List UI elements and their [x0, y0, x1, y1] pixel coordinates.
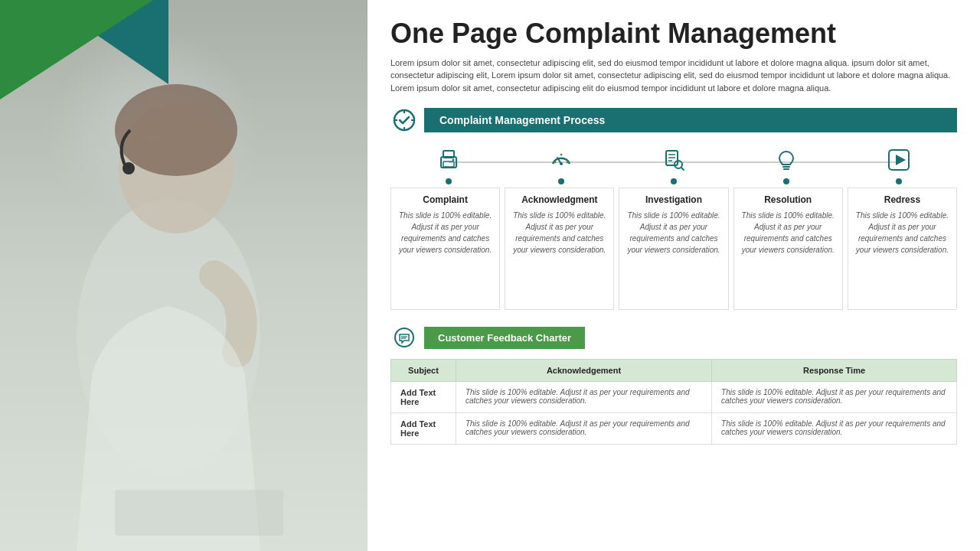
svg-point-12: [566, 161, 568, 164]
row1-subject: Add Text Here: [391, 382, 456, 413]
description-text: Lorem ipsum dolor sit amet, consectetur …: [390, 57, 957, 95]
feedback-section: Customer Feedback Charter Subject Acknow…: [390, 324, 957, 445]
card-redress-body: This slide is 100% editable. Adjust it a…: [854, 210, 950, 256]
feedback-section-icon: [390, 324, 418, 351]
card-acknowledgment-body: This slide is 100% editable. Adjust it a…: [511, 210, 607, 256]
card-complaint-title: Complaint: [397, 194, 493, 205]
card-resolution-body: This slide is 100% editable. Adjust it a…: [740, 210, 836, 256]
feedback-table: Subject Acknowledgement Response Time Ad…: [390, 359, 957, 445]
card-complaint-body: This slide is 100% editable. Adjust it a…: [397, 210, 493, 256]
table-header-row: Subject Acknowledgement Response Time: [391, 360, 957, 382]
feedback-title-bar: Customer Feedback Charter: [424, 327, 585, 349]
process-section: Complaint Management Process: [390, 106, 957, 310]
play-icon: [884, 145, 914, 175]
card-redress-title: Redress: [854, 194, 950, 205]
page-title: One Page Complaint Management: [390, 18, 957, 49]
card-resolution-title: Resolution: [740, 194, 836, 205]
person-illustration: [15, 31, 352, 551]
right-content-panel: One Page Complaint Management Lorem ipsu…: [368, 0, 980, 551]
svg-point-3: [122, 162, 135, 174]
card-complaint: Complaint This slide is 100% editable. A…: [390, 187, 500, 310]
svg-point-24: [395, 328, 413, 347]
row2-acknowledgement: This slide is 100% editable. Adjust it a…: [456, 413, 711, 445]
card-investigation: Investigation This slide is 100% editabl…: [619, 187, 728, 310]
step-dot-2: [558, 178, 564, 184]
step-investigation-icon: [617, 145, 730, 184]
process-section-icon: [390, 106, 418, 134]
col-response-time: Response Time: [712, 360, 957, 382]
step-resolution-icon: [730, 145, 843, 184]
step-dot-3: [671, 178, 677, 184]
step-dot-1: [446, 178, 452, 184]
row1-response-time: This slide is 100% editable. Adjust it a…: [712, 382, 957, 413]
speedometer-icon: [546, 145, 577, 175]
process-cards: Complaint This slide is 100% editable. A…: [390, 187, 957, 310]
svg-marker-23: [896, 155, 906, 165]
card-resolution: Resolution This slide is 100% editable. …: [733, 187, 843, 310]
process-section-header: Complaint Management Process: [390, 106, 957, 134]
col-subject: Subject: [391, 360, 456, 382]
svg-point-2: [115, 84, 237, 176]
col-acknowledgement: Acknowledgement: [456, 360, 711, 382]
svg-line-19: [681, 168, 684, 170]
svg-point-11: [554, 161, 556, 164]
card-acknowledgment: Acknowledgment This slide is 100% editab…: [505, 187, 614, 310]
left-image-panel: [0, 0, 368, 551]
row1-acknowledgement: This slide is 100% editable. Adjust it a…: [456, 382, 711, 413]
svg-point-13: [560, 154, 562, 156]
lightbulb-icon: [771, 145, 802, 175]
process-title-bar: Complaint Management Process: [424, 108, 957, 132]
svg-rect-8: [443, 161, 454, 167]
printer-icon: [433, 145, 464, 175]
row2-subject: Add Text Here: [391, 413, 456, 445]
svg-point-9: [452, 159, 454, 161]
table-row: Add Text Here This slide is 100% editabl…: [391, 382, 957, 413]
card-investigation-title: Investigation: [626, 194, 721, 205]
card-acknowledgment-title: Acknowledgment: [511, 194, 607, 205]
search-doc-icon: [658, 145, 689, 175]
row2-response-time: This slide is 100% editable. Adjust it a…: [712, 413, 957, 445]
step-dot-4: [783, 178, 789, 184]
feedback-section-header: Customer Feedback Charter: [390, 324, 957, 351]
card-investigation-body: This slide is 100% editable. Adjust it a…: [626, 210, 721, 256]
svg-rect-4: [115, 490, 283, 536]
step-acknowledgment-icon: [505, 145, 617, 184]
step-redress-icon: [843, 145, 956, 184]
table-row: Add Text Here This slide is 100% editabl…: [391, 413, 957, 445]
step-complaint-icon: [392, 145, 505, 184]
card-redress: Redress This slide is 100% editable. Adj…: [848, 187, 957, 310]
process-icons-row: [390, 145, 957, 184]
step-dot-5: [896, 178, 902, 184]
